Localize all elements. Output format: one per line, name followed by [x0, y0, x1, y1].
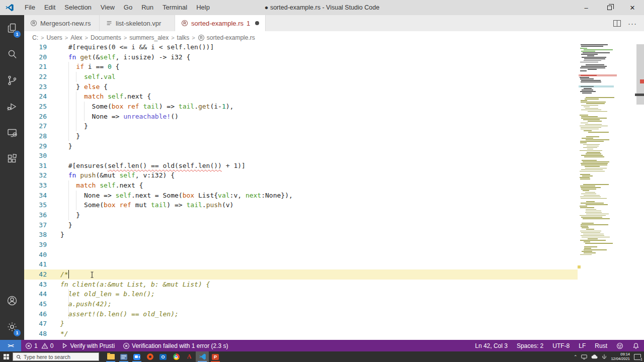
encoding[interactable]: UTF-8 — [548, 340, 574, 351]
onedrive-cloud-icon[interactable] — [591, 354, 598, 359]
code-line[interactable]: 31 #[ensures(self.len() == old(self.len(… — [24, 161, 644, 171]
restore-button[interactable] — [598, 0, 621, 15]
verify-prusti-button[interactable]: Verify with Prusti — [57, 340, 119, 351]
minimap-line — [582, 93, 592, 94]
tab-Mergesort-new.rs[interactable]: Mergesort-new.rs — [24, 15, 100, 31]
menu-go[interactable]: Go — [119, 0, 137, 15]
run-debug-icon[interactable] — [0, 94, 24, 120]
menu-help[interactable]: Help — [192, 0, 214, 15]
taskbar-blue-app-icon[interactable] — [117, 351, 130, 362]
menu-file[interactable]: File — [20, 0, 40, 15]
code-line[interactable]: 21 if i == 0 { — [24, 62, 644, 72]
code-line[interactable]: 48*/ — [24, 329, 644, 339]
code-line[interactable]: 29 } — [24, 141, 644, 151]
taskbar-powerpoint-icon[interactable]: P — [209, 351, 222, 362]
action-center-icon[interactable]: 1 — [634, 354, 641, 360]
code-line[interactable]: 44 let old_len = b.len(); — [24, 289, 644, 299]
tray-chevron-icon[interactable]: ⌃ — [574, 354, 578, 359]
code-editor[interactable]: 19 #[requires(0 <= i && i < self.len())]… — [24, 44, 644, 340]
code-line[interactable]: 41 — [24, 259, 644, 269]
tab-list-skeleton.vpr[interactable]: list-skeleton.vpr — [100, 15, 175, 31]
code-line[interactable]: 47} — [24, 319, 644, 329]
cursor-position[interactable]: Ln 42, Col 3 — [470, 340, 512, 351]
taskbar-ubuntu-icon[interactable] — [143, 351, 156, 362]
taskbar-zoom-icon[interactable] — [130, 351, 143, 362]
code-line[interactable]: 39 — [24, 240, 644, 250]
code-line[interactable]: 36 } — [24, 210, 644, 220]
breadcrumb-item[interactable]: C: — [32, 34, 38, 41]
menu-view[interactable]: View — [96, 0, 119, 15]
source-control-icon[interactable] — [0, 67, 24, 94]
start-button[interactable] — [0, 351, 12, 362]
vscode-window: FileEditSelectionViewGoRunTerminalHelp ●… — [0, 0, 644, 362]
settings-gear-icon[interactable]: 1 — [0, 314, 24, 340]
taskbar-file-explorer-icon[interactable] — [104, 351, 117, 362]
account-icon[interactable] — [0, 288, 24, 314]
notifications-bell-icon[interactable] — [628, 340, 644, 351]
minimap-line — [586, 201, 595, 202]
menu-terminal[interactable]: Terminal — [158, 0, 192, 15]
minimize-button[interactable]: – — [575, 0, 598, 15]
code-line[interactable]: 23 } else { — [24, 82, 644, 92]
code-line[interactable]: 40 — [24, 250, 644, 260]
display-icon[interactable] — [581, 354, 587, 359]
code-line[interactable]: 37 } — [24, 220, 644, 230]
editor-more-actions-icon[interactable]: ··· — [628, 19, 637, 28]
search-icon[interactable] — [0, 41, 24, 67]
menu-selection[interactable]: Selection — [60, 0, 96, 15]
taskbar-vscode-icon[interactable] — [196, 351, 209, 362]
language-mode[interactable]: Rust — [590, 340, 612, 351]
code-line[interactable]: 24 match self.next { — [24, 92, 644, 102]
code-line[interactable]: 42/* — [24, 269, 644, 280]
code-text: #[ensures(self.len() == old(self.len()) … — [60, 161, 246, 171]
breadcrumb-item[interactable]: Users — [46, 34, 62, 41]
text-cursor — [68, 270, 69, 279]
eol-sequence[interactable]: LF — [574, 340, 590, 351]
minimap-line — [582, 138, 594, 139]
remote-explorer-icon[interactable] — [0, 120, 24, 146]
editor-scrollbar[interactable] — [636, 44, 644, 340]
split-editor-icon[interactable] — [613, 20, 621, 27]
breadcrumb-file[interactable]: sorted-example.rs — [198, 34, 255, 41]
minimap[interactable] — [578, 44, 636, 340]
code-line[interactable]: 20 fn get(&self, i:usize) -> i32 { — [24, 52, 644, 62]
indentation[interactable]: Spaces: 2 — [512, 340, 548, 351]
code-line[interactable]: 25 Some(box ref tail) => tail.get(i-1), — [24, 102, 644, 112]
code-line[interactable]: 33 match self.next { — [24, 180, 644, 191]
problems-indicator[interactable]: 1 0 — [21, 340, 57, 351]
verification-status[interactable]: Verification failed with 1 error (2.3 s) — [119, 340, 232, 351]
explorer-icon[interactable]: 1 — [0, 15, 24, 41]
close-button[interactable]: ✕ — [621, 0, 644, 15]
overview-error-mark — [640, 79, 644, 83]
code-line[interactable]: 26 None => unreachable!() — [24, 112, 644, 122]
minimap-line — [582, 57, 606, 58]
code-line[interactable]: 35 Some(box ref mut tail) => tail.push(v… — [24, 200, 644, 210]
code-line[interactable]: 30 — [24, 151, 644, 161]
usb-device-icon[interactable] — [602, 354, 607, 359]
taskbar-clock[interactable]: 09:14 12/04/2021 — [611, 352, 630, 361]
tab-sorted-example.rs[interactable]: sorted-example.rs1 — [175, 15, 266, 31]
taskbar-chrome-icon[interactable] — [170, 351, 183, 362]
menu-run[interactable]: Run — [137, 0, 158, 15]
code-line[interactable]: 43fn client(a:&mut List, b: &mut List) { — [24, 280, 644, 290]
code-line[interactable]: 34 None => self.next = Some(box List{val… — [24, 191, 644, 201]
code-line[interactable]: 27 } — [24, 121, 644, 131]
taskbar-outlook-icon[interactable]: O — [156, 351, 170, 362]
taskbar-search-input[interactable]: Type here to search — [13, 352, 99, 361]
breadcrumb-item[interactable]: Documents — [91, 34, 121, 41]
taskbar-acrobat-icon[interactable]: A — [183, 351, 196, 362]
code-line[interactable]: 19 #[requires(0 <= i && i < self.len())] — [24, 44, 644, 52]
breadcrumb-item[interactable]: Alex — [70, 34, 82, 41]
code-line[interactable]: 28 } — [24, 131, 644, 141]
breadcrumb-item[interactable]: talks — [177, 34, 190, 41]
code-line[interactable]: 46 assert!(b.len() == old_len); — [24, 309, 644, 319]
code-line[interactable]: 22 self.val — [24, 72, 644, 82]
remote-indicator[interactable]: >< — [0, 340, 21, 351]
code-line[interactable]: 45 a.push(42); — [24, 299, 644, 309]
extensions-icon[interactable] — [0, 146, 24, 172]
code-line[interactable]: 32 fn push(&mut self, v:i32) { — [24, 170, 644, 180]
breadcrumb-item[interactable]: summers_alex — [129, 34, 169, 41]
code-line[interactable]: 38} — [24, 230, 644, 240]
menu-edit[interactable]: Edit — [40, 0, 60, 15]
feedback-smiley-icon[interactable] — [612, 340, 628, 351]
